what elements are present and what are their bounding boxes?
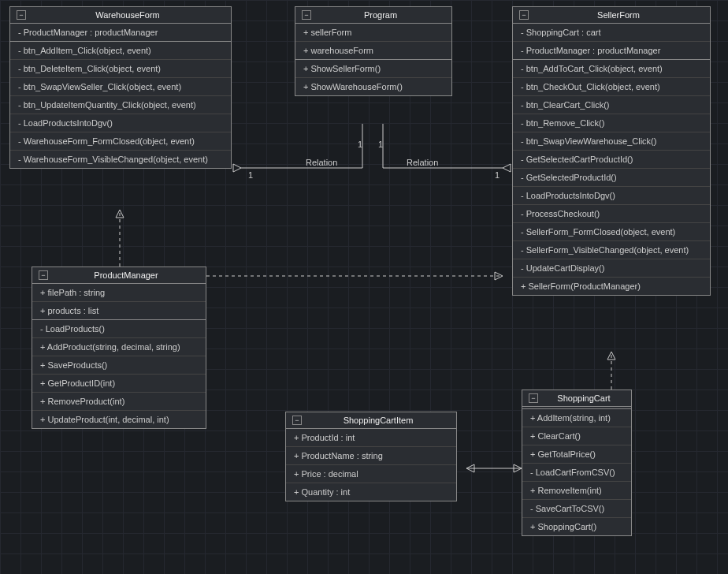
method: - ProcessCheckout() (513, 205, 710, 223)
class-shoppingcart[interactable]: − ShoppingCart + AddItem(string, int) + … (522, 390, 632, 536)
method: - btn_AddItem_Click(object, event) (10, 42, 231, 60)
class-shoppingcartitem[interactable]: − ShoppingCartItem + ProductId : int + P… (285, 412, 457, 501)
class-title: ProductManager (53, 270, 199, 280)
method: - WarehouseForm_FormClosed(object, event… (10, 132, 231, 151)
methods: - LoadProducts() + AddProduct(string, de… (32, 320, 206, 428)
methods: - btn_AddItem_Click(object, event) - btn… (10, 42, 231, 168)
method: - btn_Remove_Click() (513, 114, 710, 132)
collapse-icon[interactable]: − (302, 10, 311, 20)
collapse-icon[interactable]: − (39, 270, 48, 280)
attributes: + ProductId : int + ProductName : string… (286, 429, 456, 501)
attr: - ProductManager : productManager (513, 42, 710, 59)
method: - WarehouseForm_VisibleChanged(object, e… (10, 151, 231, 168)
method: - SellerForm_VisibleChanged(object, even… (513, 241, 710, 259)
collapse-icon[interactable]: − (519, 10, 529, 20)
class-header: − ShoppingCart (522, 390, 631, 407)
attr: + products : list (32, 302, 206, 319)
method: - LoadProductsIntoDgv() (10, 114, 231, 132)
method: - UpdateCartDisplay() (513, 259, 710, 278)
method: - btn_SwapViewWarehouse_Click() (513, 132, 710, 151)
method: + SaveProducts() (32, 356, 206, 375)
method: + ShowWarehouseForm() (295, 78, 451, 95)
class-header: − ProductManager (32, 267, 206, 284)
class-header: − ShoppingCartItem (286, 412, 456, 429)
method: + ClearCart() (522, 427, 631, 445)
attributes: - ShoppingCart : cart - ProductManager :… (513, 24, 710, 60)
method: + GetTotalPrice() (522, 445, 631, 464)
method: - btn_DeleteItem_Click(object, event) (10, 60, 231, 78)
class-title: WarehouseForm (31, 10, 225, 20)
method: - btn_CheckOut_Click(object, event) (513, 78, 710, 96)
method: + AddItem(string, int) (522, 409, 631, 427)
attributes: - ProductManager : productManager (10, 24, 231, 42)
method: - SaveCartToCSV() (522, 500, 631, 518)
attr: + ProductId : int (286, 429, 456, 447)
attr: - ShoppingCart : cart (513, 24, 710, 42)
method: - btn_UpdateItemQuantity_Click(object, e… (10, 96, 231, 114)
method: + ShowSellerForm() (295, 60, 451, 78)
attr: + filePath : string (32, 284, 206, 302)
method: + RemoveItem(int) (522, 482, 631, 500)
attr: + Price : decimal (286, 465, 456, 483)
class-title: ShoppingCart (543, 393, 625, 403)
method: - btn_ClearCart_Click() (513, 96, 710, 114)
attr: + sellerForm (295, 24, 451, 42)
class-productmanager[interactable]: − ProductManager + filePath : string + p… (32, 266, 206, 429)
class-header: − WarehouseForm (10, 7, 231, 24)
method: + GetProductID(int) (32, 375, 206, 393)
attributes: + sellerForm + warehouseForm (295, 24, 451, 60)
attr: + Quantity : int (286, 483, 456, 501)
collapse-icon[interactable]: − (17, 10, 26, 20)
method: - btn_SwapViewSeller_Click(object, event… (10, 78, 231, 96)
method: - LoadCartFromCSV() (522, 464, 631, 482)
methods: + AddItem(string, int) + ClearCart() + G… (522, 409, 631, 535)
methods: + ShowSellerForm() + ShowWarehouseForm() (295, 60, 451, 95)
class-warehouseform[interactable]: − WarehouseForm - ProductManager : produ… (9, 6, 232, 169)
method: + AddProduct(string, decimal, string) (32, 338, 206, 356)
method: - LoadProductsIntoDgv() (513, 187, 710, 205)
class-program[interactable]: − Program + sellerForm + warehouseForm +… (295, 6, 452, 96)
attr: + ProductName : string (286, 447, 456, 465)
method: - GetSelectedCartProductId() (513, 151, 710, 169)
class-title: Program (316, 10, 445, 20)
attr: + warehouseForm (295, 42, 451, 59)
method: + ShoppingCart() (522, 518, 631, 535)
attr: - ProductManager : productManager (10, 24, 231, 41)
method: + UpdateProduct(int, decimal, int) (32, 411, 206, 428)
method: - SellerForm_FormClosed(object, event) (513, 223, 710, 241)
method: - GetSelectedProductId() (513, 169, 710, 187)
class-header: − Program (295, 7, 451, 24)
method: - LoadProducts() (32, 320, 206, 338)
method: + SellerForm(ProductManager) (513, 278, 710, 295)
class-title: SellerForm (533, 10, 704, 20)
method: + RemoveProduct(int) (32, 393, 206, 411)
collapse-icon[interactable]: − (292, 416, 302, 425)
class-sellerform[interactable]: − SellerForm - ShoppingCart : cart - Pro… (512, 6, 711, 296)
class-title: ShoppingCartItem (306, 416, 450, 425)
attributes: + filePath : string + products : list (32, 284, 206, 320)
method: - btn_AddToCart_Click(object, event) (513, 60, 710, 78)
methods: - btn_AddToCart_Click(object, event) - b… (513, 60, 710, 295)
class-header: − SellerForm (513, 7, 710, 24)
collapse-icon[interactable]: − (529, 393, 538, 403)
